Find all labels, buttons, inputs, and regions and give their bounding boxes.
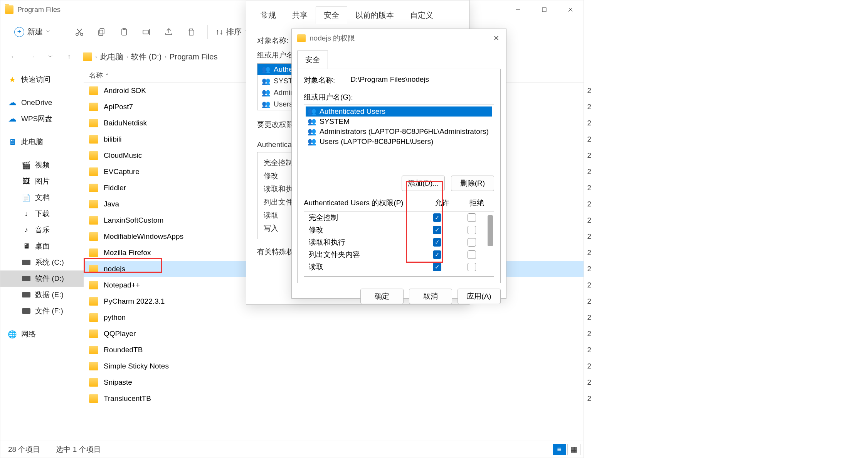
breadcrumb-part[interactable]: Program Files xyxy=(170,52,217,61)
perm-title: Authenticated Users 的权限(P) xyxy=(304,198,425,208)
permissions-dialog: nodejs 的权限 ✕ 安全 对象名称: D:\Program Files\n… xyxy=(291,29,506,299)
file-name: PyCharm 2022.3.1 xyxy=(104,297,165,306)
deny-checkbox[interactable] xyxy=(468,213,476,222)
users-icon: 👥 xyxy=(261,66,271,73)
column-name-label: 名称 xyxy=(89,71,103,80)
tab[interactable]: 常规 xyxy=(252,7,284,24)
file-name: QQPlayer xyxy=(104,330,136,338)
icons-view-button[interactable]: ▦ xyxy=(567,444,580,455)
sidebar-item[interactable]: ★快速访问 xyxy=(0,71,84,88)
remove-button[interactable]: 删除(R) xyxy=(451,176,494,191)
sidebar-item[interactable]: 系统 (C:) xyxy=(0,254,84,270)
deny-header: 拒绝 xyxy=(459,198,494,208)
allow-checkbox[interactable]: ✓ xyxy=(433,250,441,259)
permission-name: 完全控制 xyxy=(309,213,420,223)
svg-line-7 xyxy=(77,29,81,34)
group-row[interactable]: 👥Authenticated Users xyxy=(306,106,492,117)
folder-icon xyxy=(89,151,98,160)
apply-button[interactable]: 应用(A) xyxy=(458,289,501,304)
group-row[interactable]: 👥Users (LAPTOP-8C8JP6HL\Users) xyxy=(306,137,492,147)
group-label: 组或用户名(G): xyxy=(304,92,494,102)
maximize-button[interactable] xyxy=(531,0,557,19)
deny-checkbox[interactable] xyxy=(468,250,476,259)
file-date: 2 xyxy=(587,135,591,144)
selection-count: 选中 1 个项目 xyxy=(56,444,101,455)
rename-button[interactable] xyxy=(138,24,155,41)
allow-checkbox[interactable]: ✓ xyxy=(433,226,441,234)
allow-checkbox[interactable]: ✓ xyxy=(433,238,441,247)
recent-dropdown[interactable]: ﹀ xyxy=(42,48,59,65)
folder-icon xyxy=(89,394,98,403)
deny-checkbox[interactable] xyxy=(468,238,476,247)
users-icon: 👥 xyxy=(307,108,316,115)
up-button[interactable]: ↑ xyxy=(61,48,77,65)
file-row[interactable]: QQPlayer2 xyxy=(84,326,584,342)
sidebar-item[interactable]: 软件 (D:) xyxy=(0,270,84,287)
allow-checkbox[interactable]: ✓ xyxy=(433,213,441,222)
sidebar-item[interactable]: ↓下载 xyxy=(0,206,84,222)
file-row[interactable]: RoundedTB2 xyxy=(84,342,584,358)
sidebar-item[interactable]: 数据 (E:) xyxy=(0,287,84,303)
sidebar-item[interactable]: 📄文档 xyxy=(0,189,84,206)
sidebar-item[interactable]: ☁OneDrive xyxy=(0,95,84,111)
breadcrumb-part[interactable]: 此电脑 xyxy=(100,52,123,62)
cancel-button[interactable]: 取消 xyxy=(409,289,452,304)
sidebar-item[interactable]: 🎬视频 xyxy=(0,157,84,173)
close-button[interactable] xyxy=(557,0,584,19)
sidebar-item[interactable]: 🖥此电脑 xyxy=(0,134,84,150)
permission-row: 修改 ✓ xyxy=(304,224,494,236)
share-button[interactable] xyxy=(160,24,177,41)
sidebar-item[interactable]: 🖥桌面 xyxy=(0,238,84,254)
status-bar: 28 个项目 选中 1 个项目 ≡ ▦ xyxy=(0,441,584,458)
scrollbar-thumb[interactable] xyxy=(488,215,493,246)
sort-button[interactable]: ↑↓ 排序 ﹀ xyxy=(215,27,249,37)
allow-header: 允许 xyxy=(425,198,459,208)
details-view-button[interactable]: ≡ xyxy=(553,444,566,455)
deny-checkbox[interactable] xyxy=(468,263,476,271)
file-row[interactable]: TranslucentTB2 xyxy=(84,390,584,407)
tab[interactable]: 安全 xyxy=(316,7,347,24)
sidebar-item[interactable]: 🌐网络 xyxy=(0,326,84,342)
file-row[interactable]: Simple Sticky Notes2 xyxy=(84,358,584,374)
ok-button[interactable]: 确定 xyxy=(360,289,404,304)
allow-checkbox[interactable]: ✓ xyxy=(433,263,441,271)
add-button[interactable]: 添加(D)... xyxy=(402,176,445,191)
minimize-button[interactable] xyxy=(505,0,531,19)
deny-checkbox[interactable] xyxy=(468,226,476,234)
permission-name: 列出文件夹内容 xyxy=(309,250,420,260)
tab[interactable]: 以前的版本 xyxy=(347,7,402,24)
sidebar-item[interactable]: ♪音乐 xyxy=(0,222,84,238)
sidebar-item[interactable]: 🖼图片 xyxy=(0,173,84,189)
sidebar-item[interactable]: 文件 (F:) xyxy=(0,303,84,319)
copy-button[interactable] xyxy=(93,24,110,41)
forward-button[interactable]: → xyxy=(24,48,40,65)
sidebar-item[interactable]: ☁WPS网盘 xyxy=(0,111,84,127)
permission-row: 读取和执行 ✓ xyxy=(304,236,494,248)
sidebar-item-label: 下载 xyxy=(35,209,50,219)
group-row[interactable]: 👥Administrators (LAPTOP-8C8JP6HL\Adminis… xyxy=(306,127,492,137)
file-name: bilibili xyxy=(104,135,121,144)
tab-security[interactable]: 安全 xyxy=(297,51,328,69)
cut-button[interactable] xyxy=(71,24,88,41)
video-icon: 🎬 xyxy=(22,161,30,169)
paste-button[interactable] xyxy=(116,24,133,41)
tab[interactable]: 自定义 xyxy=(402,7,441,24)
folder-icon xyxy=(297,34,306,42)
sidebar-item-label: 文件 (F:) xyxy=(35,306,63,316)
file-row[interactable]: Snipaste2 xyxy=(84,374,584,390)
download-icon: ↓ xyxy=(22,210,30,218)
disk-icon xyxy=(22,258,30,267)
breadcrumb[interactable]: › 此电脑 › 软件 (D:) › Program Files xyxy=(83,52,217,62)
back-button[interactable]: ← xyxy=(5,48,22,65)
close-button[interactable]: ✕ xyxy=(488,31,504,45)
folder-icon xyxy=(89,167,98,176)
delete-button[interactable] xyxy=(183,24,200,41)
group-row[interactable]: 👥SYSTEM xyxy=(306,117,492,127)
new-button[interactable]: + 新建 ﹀ xyxy=(10,24,55,39)
file-row[interactable]: python2 xyxy=(84,309,584,326)
breadcrumb-part[interactable]: 软件 (D:) xyxy=(131,52,161,62)
tab[interactable]: 共享 xyxy=(284,7,316,24)
file-name: Java xyxy=(104,200,119,208)
file-date: 2 xyxy=(587,167,591,176)
user-group-list[interactable]: 👥Authenticated Users👥SYSTEM👥Administrato… xyxy=(304,105,494,170)
